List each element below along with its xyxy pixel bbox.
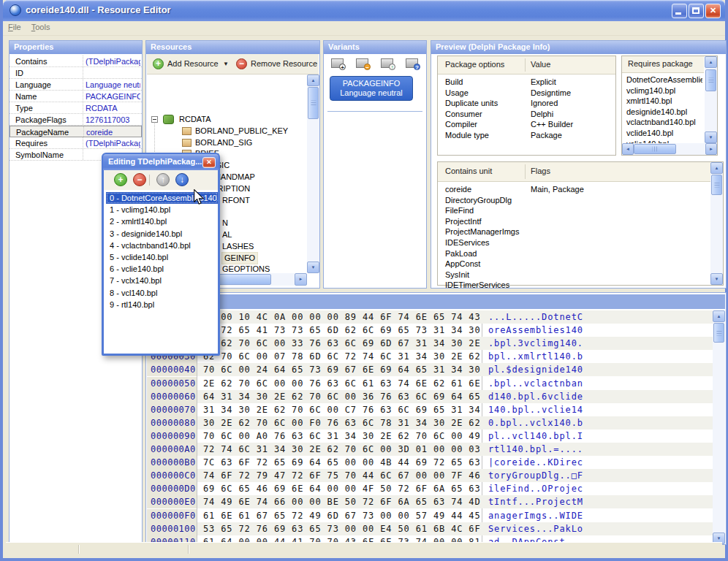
hex-bytes[interactable]: 53 65 72 76 69 63 65 73 00 00 E4 50 61 6… [197, 522, 482, 535]
requires-hscrollbar[interactable] [622, 143, 717, 155]
hex-row[interactable]: 000000B07C 63 6F 72 65 69 64 65 00 00 4B… [147, 456, 711, 469]
hex-bytes[interactable]: 61 6E 61 67 65 72 49 6D 67 73 00 00 57 4… [197, 509, 482, 522]
dialog-list-item[interactable]: 2 - xmlrtl140.bpl [106, 215, 218, 227]
dialog-move-up-button[interactable]: ↑ [156, 173, 170, 186]
contains-unit-row[interactable]: DirectoryGroupDlg [438, 195, 723, 206]
add-resource-button[interactable]: Add Resource [167, 59, 219, 68]
contains-unit-row[interactable]: PakLoad [438, 248, 723, 259]
hex-ascii[interactable]: ileFind..OProjec [482, 482, 713, 495]
property-row-packageflags[interactable]: PackageFlags1276117003 [10, 114, 142, 126]
tree-item-borland_public_key[interactable]: BORLAND_PUBLIC_KEY [147, 126, 319, 137]
property-value[interactable]: RCDATA [86, 104, 140, 112]
export-variant-icon[interactable]: ↑ [381, 58, 393, 68]
contains-unit-row[interactable]: coreideMain, Package [438, 184, 723, 195]
tree-scroll-up-button[interactable] [307, 75, 319, 86]
dialog-list-item[interactable]: 5 - vclide140.bpl [106, 251, 218, 263]
add-resource-icon[interactable]: + [153, 58, 164, 69]
requires-package-item[interactable]: vclide140.bpl [626, 129, 702, 140]
hex-ascii[interactable]: .bpl.3vclimg140. [482, 337, 713, 350]
hex-row[interactable]: 000000202E 62 70 6C 00 33 76 63 6C 69 6D… [147, 337, 711, 350]
remove-resource-icon[interactable]: − [236, 58, 247, 69]
property-value[interactable]: coreide [86, 128, 140, 137]
tree-vscroll-thumb[interactable] [308, 87, 319, 119]
property-row-type[interactable]: TypeRCDATA [10, 102, 142, 114]
hex-vscrollbar[interactable] [713, 310, 725, 544]
hex-row[interactable]: 000000106F 72 65 41 73 73 65 6D 62 6C 69… [147, 324, 711, 337]
hex-ascii[interactable]: pl..vcl140.bpl.I [482, 430, 713, 443]
hex-ascii[interactable]: pl.$designide140 [482, 363, 713, 376]
dialog-list-item[interactable]: 3 - designide140.bpl [106, 228, 218, 240]
contains-vscrollbar[interactable] [710, 162, 723, 285]
dialog-add-button[interactable]: + [114, 173, 127, 186]
hex-bytes[interactable]: 69 6C 65 46 69 6E 64 00 00 4F 50 72 6F 6… [197, 482, 482, 495]
hex-ascii[interactable]: oreAssemblies140 [482, 324, 713, 337]
menu-tools[interactable]: Tools [26, 21, 56, 33]
tree-vscrollbar[interactable] [307, 75, 319, 273]
hex-ascii[interactable]: .bpl..vclactnban [482, 377, 713, 390]
requires-package-item[interactable]: vclactnband140.bpl [626, 118, 702, 129]
contains-scroll-up-button[interactable] [710, 162, 723, 174]
hex-row[interactable]: 0000010053 65 72 76 69 63 65 73 00 00 E4… [147, 522, 711, 535]
hex-ascii[interactable]: 140.bpl..vclie14 [482, 403, 713, 416]
property-value[interactable]: Language neutral [86, 80, 140, 89]
remove-variant-icon[interactable]: − [356, 58, 368, 68]
property-value[interactable]: 1276117003 [86, 115, 140, 124]
hex-bytes[interactable]: 7C 63 6F 72 65 69 64 65 00 00 4B 44 69 7… [197, 456, 482, 469]
requires-scroll-left-button[interactable] [622, 143, 634, 155]
minimize-button[interactable] [672, 4, 687, 18]
hex-bytes[interactable]: 6F 72 65 41 73 73 65 6D 62 6C 69 65 73 3… [197, 324, 482, 337]
hex-ascii[interactable]: toryGroupDlg..□F [482, 469, 713, 482]
hex-ascii[interactable]: 0.bpl..vclx140.b [482, 416, 713, 430]
hex-row[interactable]: 000000D069 6C 65 46 69 6E 64 00 00 4F 50… [147, 482, 711, 495]
tree-scroll-right-button[interactable] [295, 273, 307, 286]
dialog-title-bar[interactable]: Editing TDelphiPackag... [103, 154, 219, 170]
menu-file[interactable]: File [3, 21, 26, 33]
hex-vscroll-thumb[interactable] [713, 323, 724, 343]
requires-package-item[interactable]: designide140.bpl [626, 107, 702, 118]
dialog-list-item[interactable]: 9 - rtl140.bpl [106, 299, 218, 310]
hex-bytes[interactable]: 70 6C 00 A0 76 63 6C 31 34 30 2E 62 70 6… [197, 430, 482, 443]
hex-bytes[interactable]: 74 6F 72 79 47 72 6F 75 70 44 6C 67 00 0… [197, 469, 482, 482]
contains-scroll-down-button[interactable] [710, 273, 723, 285]
contains-vscroll-thumb[interactable] [711, 175, 722, 195]
hex-bytes[interactable]: 64 31 34 30 2E 62 70 6C 00 36 76 63 6C 6… [197, 390, 482, 403]
property-value[interactable]: (TDelphiPackag [86, 57, 140, 66]
hex-ascii[interactable]: rtl140.bpl.=.... [482, 443, 713, 456]
requires-scroll-up-button[interactable] [705, 56, 717, 68]
hex-ascii[interactable]: |coreide..KDirec [482, 456, 713, 469]
requires-scroll-right-button[interactable] [705, 143, 717, 155]
hex-bytes[interactable]: 74 49 6E 74 66 00 00 BE 50 72 6F 6A 65 6… [197, 495, 482, 508]
requires-package-item[interactable]: vclimg140.bpl [626, 86, 702, 97]
hex-row[interactable]: 0000007031 34 30 2E 62 70 6C 00 C7 76 63… [147, 403, 711, 416]
dialog-list-item[interactable]: 6 - vclie140.bpl [106, 263, 218, 275]
hex-row[interactable]: 0000008030 2E 62 70 6C 00 F0 76 63 6C 78… [147, 416, 711, 430]
hex-row[interactable]: 0000006064 31 34 30 2E 62 70 6C 00 36 76… [147, 390, 711, 403]
requires-package-item[interactable]: DotnetCoreAssemblies140.bpl [626, 75, 702, 86]
remove-resource-button[interactable]: Remove Resource [251, 59, 317, 68]
hex-bytes[interactable]: 70 6C 00 24 64 65 73 69 67 6E 69 64 65 3… [197, 363, 482, 376]
dialog-list-item[interactable]: 8 - vcl140.bpl [106, 287, 218, 299]
hex-bytes[interactable]: 72 74 6C 31 34 30 2E 62 70 6C 00 3D 01 0… [197, 443, 482, 456]
tree-scroll-down-button[interactable] [307, 262, 319, 273]
dialog-list-item[interactable]: 4 - vclactnband140.bpl [106, 240, 218, 251]
hex-row[interactable]: 0000009070 6C 00 A0 76 63 6C 31 34 30 2E… [147, 430, 711, 443]
hex-bytes[interactable]: 31 34 30 2E 62 70 6C 00 C7 76 63 6C 69 6… [197, 403, 482, 416]
tree-collapse-icon[interactable] [151, 116, 158, 123]
hex-ascii[interactable]: Services...PakLo [482, 522, 713, 535]
requires-scroll-down-button[interactable] [705, 131, 717, 143]
requires-package-item[interactable]: xmlrtl140.bpl [626, 96, 702, 107]
add-resource-dropdown-icon[interactable]: ▼ [223, 61, 229, 67]
property-value[interactable]: (TDelphiPackag [86, 139, 140, 148]
add-variant-icon[interactable]: + [331, 58, 344, 68]
tree-item-rcdata[interactable]: RCDATA [147, 114, 319, 126]
hex-row[interactable]: 0000004070 6C 00 24 64 65 73 69 67 6E 69… [147, 363, 711, 376]
contains-unit-row[interactable]: SysInit [438, 270, 723, 280]
hex-ascii[interactable]: anagerImgs..WIDE [482, 509, 713, 522]
variant-item-packageinfo[interactable]: PACKAGEINFO Language neutral [330, 76, 413, 101]
hex-ascii[interactable]: d140.bpl.6vclide [482, 390, 713, 403]
property-row-name[interactable]: NamePACKAGEINFO [10, 91, 142, 102]
dialog-move-down-button[interactable]: ↓ [175, 173, 189, 186]
contains-unit-row[interactable]: ProjectManagerImgs [438, 226, 723, 237]
hex-ascii[interactable]: ...L.....DotnetC [482, 310, 713, 324]
hex-row[interactable]: 000000000B 00 10 4C 0A 00 00 00 89 44 6F… [147, 310, 711, 324]
